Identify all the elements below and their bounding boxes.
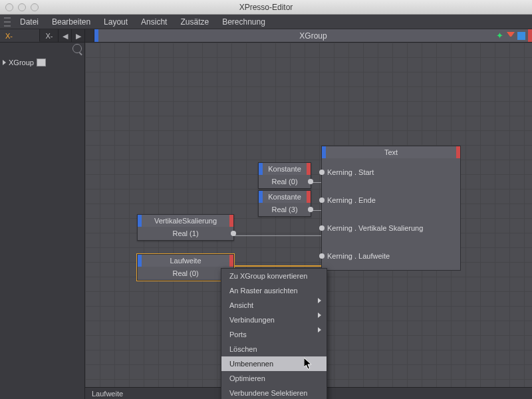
header-square-icon[interactable] — [517, 32, 525, 40]
ctx-convert[interactable]: Zu XGroup konvertieren — [221, 269, 327, 283]
output-port[interactable] — [231, 231, 236, 236]
menu-bearbeiten[interactable]: Bearbeiten — [45, 15, 97, 29]
menu-zusaetze[interactable]: Zusätze — [174, 15, 215, 29]
port-label: Kerning . Laufweite — [327, 252, 390, 260]
node-konstante-2[interactable]: Konstante Real (3) — [258, 190, 311, 217]
grip-icon[interactable] — [4, 17, 11, 27]
ctx-loeschen[interactable]: Löschen — [221, 342, 327, 356]
node-value: Real (0) — [271, 178, 297, 186]
header-expand-icon[interactable]: ✦ — [496, 32, 504, 40]
canvas-tab[interactable] — [85, 29, 94, 42]
ctx-ports[interactable]: Ports — [221, 327, 327, 342]
node-value: Real (0) — [172, 269, 198, 277]
ctx-optimieren[interactable]: Optimieren — [221, 371, 327, 386]
node-title: Konstante — [268, 193, 301, 201]
node-text[interactable]: Text Kerning . Start Kerning . Ende Kern… — [321, 146, 461, 271]
node-title: Laufweite — [170, 257, 201, 265]
disclosure-icon[interactable] — [3, 60, 6, 65]
tree-item-label: XGroup — [9, 59, 34, 66]
node-konstante-1[interactable]: Konstante Real (0) — [258, 162, 311, 189]
context-menu: Zu XGroup konvertieren An Raster ausrich… — [221, 268, 327, 399]
tab-xmanager[interactable]: X-Manager — [0, 29, 40, 42]
header-down-icon[interactable] — [507, 32, 515, 40]
node-title: VertikaleSkalierung — [154, 217, 217, 225]
left-panel: X-Manager X-P ◀ ▶ XGroup — [0, 29, 85, 399]
node-laufweite[interactable]: Laufweite Real (0) — [137, 254, 234, 281]
menu-layout[interactable]: Layout — [97, 15, 134, 29]
tree-item-xgroup[interactable]: XGroup — [3, 59, 82, 66]
window-titlebar: XPresso-Editor — [0, 0, 532, 15]
node-canvas[interactable]: VertikaleSkalierung Real (1) Laufweite R… — [85, 43, 532, 387]
submenu-icon — [318, 313, 321, 318]
ctx-verbundene[interactable]: Verbundene Selektieren — [221, 386, 327, 399]
port-label: Kerning . Vertikale Skalierung — [327, 224, 423, 232]
status-text: Laufweite — [92, 390, 123, 398]
ctx-align[interactable]: An Raster ausrichten — [221, 283, 327, 298]
canvas-header[interactable]: XGroup ✦ — [94, 29, 532, 42]
port-label: Kerning . Start — [327, 168, 374, 176]
tab-nav-left[interactable]: ◀ — [59, 29, 72, 42]
node-vertikaleskalierung[interactable]: VertikaleSkalierung Real (1) — [137, 214, 234, 241]
submenu-icon — [318, 298, 321, 303]
ctx-ansicht[interactable]: Ansicht — [221, 298, 327, 313]
wire — [231, 235, 323, 236]
wire — [223, 265, 323, 267]
tab-xpool[interactable]: X-P — [40, 29, 59, 42]
node-title: Text — [384, 148, 398, 156]
tab-nav-right[interactable]: ▶ — [72, 29, 85, 42]
menu-berechnung[interactable]: Berechnung — [215, 15, 272, 29]
menu-bar: Datei Bearbeiten Layout Ansicht Zusätze … — [0, 15, 532, 29]
input-port[interactable] — [319, 170, 325, 175]
ctx-verbindungen[interactable]: Verbindungen — [221, 313, 327, 327]
ctx-umbenennen[interactable]: Umbenennen — [221, 356, 327, 371]
input-port[interactable] — [319, 198, 325, 203]
node-title: Konstante — [268, 165, 301, 173]
input-port[interactable] — [319, 253, 325, 259]
output-port[interactable] — [308, 207, 313, 212]
tree-item-badge-icon — [37, 59, 46, 66]
menu-ansicht[interactable]: Ansicht — [134, 15, 174, 29]
output-port[interactable] — [308, 179, 313, 184]
input-port[interactable] — [319, 225, 325, 231]
canvas-title: XGroup — [299, 31, 327, 41]
window-title: XPresso-Editor — [0, 3, 532, 12]
search-icon[interactable] — [72, 44, 82, 53]
node-value: Real (1) — [172, 229, 198, 237]
submenu-icon — [318, 327, 321, 332]
node-value: Real (3) — [271, 205, 297, 213]
menu-datei[interactable]: Datei — [13, 15, 45, 29]
port-label: Kerning . Ende — [327, 196, 376, 204]
